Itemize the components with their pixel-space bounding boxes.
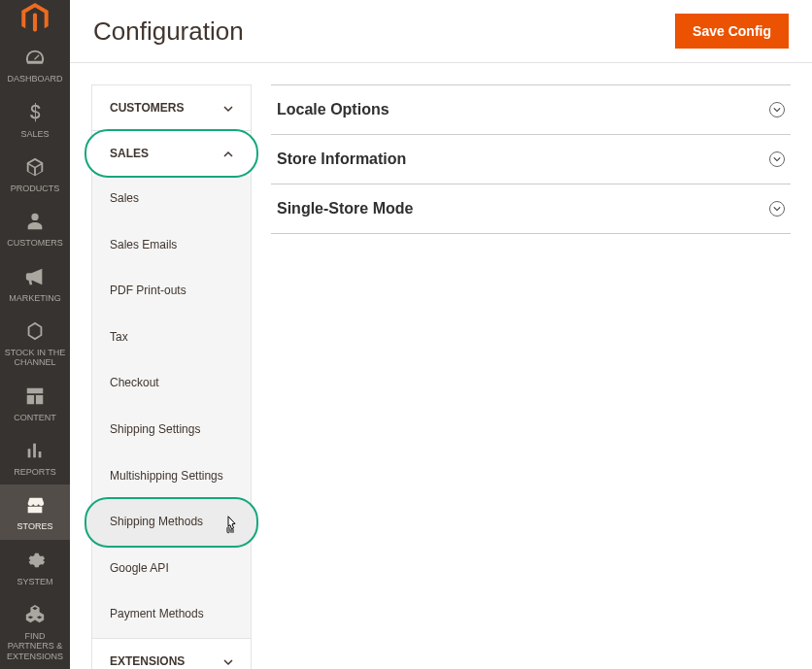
config-item-sales-emails[interactable]: Sales Emails xyxy=(92,222,251,269)
nav-customers[interactable]: CUSTOMERS xyxy=(0,201,70,255)
config-item-pdf[interactable]: PDF Print-outs xyxy=(92,268,251,315)
config-group-sales[interactable]: SALES xyxy=(85,129,258,178)
nav-label: STORES xyxy=(17,521,53,531)
nav-label: CONTENT xyxy=(14,413,56,422)
magento-logo[interactable] xyxy=(0,0,70,37)
megaphone-icon xyxy=(24,266,46,290)
nav-partners[interactable]: FIND PARTNERS & EXTENSIONS xyxy=(0,594,70,669)
nav-stores[interactable]: STORES xyxy=(0,485,70,539)
config-sections: Locale OptionsStore InformationSingle-St… xyxy=(271,84,812,669)
config-sidebar: CUSTOMERSSALESSalesSales EmailsPDF Print… xyxy=(91,84,252,669)
nav-label: PRODUCTS xyxy=(11,184,60,193)
cube-icon xyxy=(24,156,46,181)
hex-icon xyxy=(24,320,46,345)
section-store-info[interactable]: Store Information xyxy=(271,135,791,184)
chevron-down-icon xyxy=(769,151,785,167)
chevron-down-icon xyxy=(769,201,785,217)
nav-marketing[interactable]: MARKETING xyxy=(0,256,70,311)
section-single-store[interactable]: Single-Store Mode xyxy=(271,184,791,234)
section-title: Single-Store Mode xyxy=(277,200,413,217)
nav-label: SALES xyxy=(20,129,49,139)
config-item-payment-methods[interactable]: Payment Methods xyxy=(92,591,251,638)
gear-icon xyxy=(24,550,46,574)
chevron-down-icon xyxy=(223,656,233,666)
config-item-multishipping[interactable]: Multishipping Settings xyxy=(92,453,251,500)
nav-reports[interactable]: REPORTS xyxy=(0,430,70,485)
config-group-customers[interactable]: CUSTOMERS xyxy=(92,85,251,131)
chevron-down-icon xyxy=(769,102,785,117)
section-title: Store Information xyxy=(277,151,406,168)
admin-vertical-nav: DASHBOARDSALESPRODUCTSCUSTOMERSMARKETING… xyxy=(0,0,70,669)
save-config-button[interactable]: Save Config xyxy=(675,14,789,49)
nav-label: CUSTOMERS xyxy=(7,238,62,248)
store-icon xyxy=(24,494,46,518)
config-item-tax[interactable]: Tax xyxy=(92,315,251,361)
dollar-icon xyxy=(24,102,46,126)
section-title: Locale Options xyxy=(277,101,389,118)
chevron-down-icon xyxy=(223,103,233,113)
content-area: CUSTOMERSSALESSalesSales EmailsPDF Print… xyxy=(70,63,812,669)
config-group-label: EXTENSIONS xyxy=(110,654,185,668)
layout-icon xyxy=(24,385,46,410)
gauge-icon xyxy=(24,47,46,71)
config-item-shipping-settings[interactable]: Shipping Settings xyxy=(92,407,251,453)
config-item-google-api[interactable]: Google API xyxy=(92,546,251,592)
nav-sales[interactable]: SALES xyxy=(0,92,70,147)
main-panel: Configuration Save Config CUSTOMERSSALES… xyxy=(70,0,812,669)
nav-label: DASHBOARD xyxy=(7,74,62,84)
cubes-icon xyxy=(24,604,46,628)
config-group-label: CUSTOMERS xyxy=(110,101,184,115)
config-item-sales-sub[interactable]: Sales xyxy=(92,176,251,222)
nav-products[interactable]: PRODUCTS xyxy=(0,147,70,201)
chevron-up-icon xyxy=(223,149,233,158)
nav-stock[interactable]: STOCK IN THE CHANNEL xyxy=(0,311,70,376)
nav-content[interactable]: CONTENT xyxy=(0,376,70,430)
nav-label: REPORTS xyxy=(14,467,55,477)
config-item-checkout[interactable]: Checkout xyxy=(92,360,251,407)
nav-label: SYSTEM xyxy=(17,577,52,586)
config-group-label: SALES xyxy=(110,147,149,160)
nav-dashboard[interactable]: DASHBOARD xyxy=(0,37,70,91)
config-group-extensions[interactable]: EXTENSIONS xyxy=(92,639,251,669)
page-title: Configuration xyxy=(93,17,244,47)
nav-label: MARKETING xyxy=(9,293,61,303)
config-subitems-sales: SalesSales EmailsPDF Print-outsTaxChecko… xyxy=(92,176,251,639)
nav-label: FIND PARTNERS & EXTENSIONS xyxy=(2,631,68,661)
config-item-shipping-methods[interactable]: Shipping Methods xyxy=(85,497,258,548)
page-header: Configuration Save Config xyxy=(70,0,812,63)
bars-icon xyxy=(24,440,46,464)
nav-label: STOCK IN THE CHANNEL xyxy=(2,348,68,368)
person-icon xyxy=(24,211,46,235)
section-locale[interactable]: Locale Options xyxy=(271,84,791,135)
pointer-cursor-icon xyxy=(223,516,239,531)
nav-system[interactable]: SYSTEM xyxy=(0,540,70,594)
